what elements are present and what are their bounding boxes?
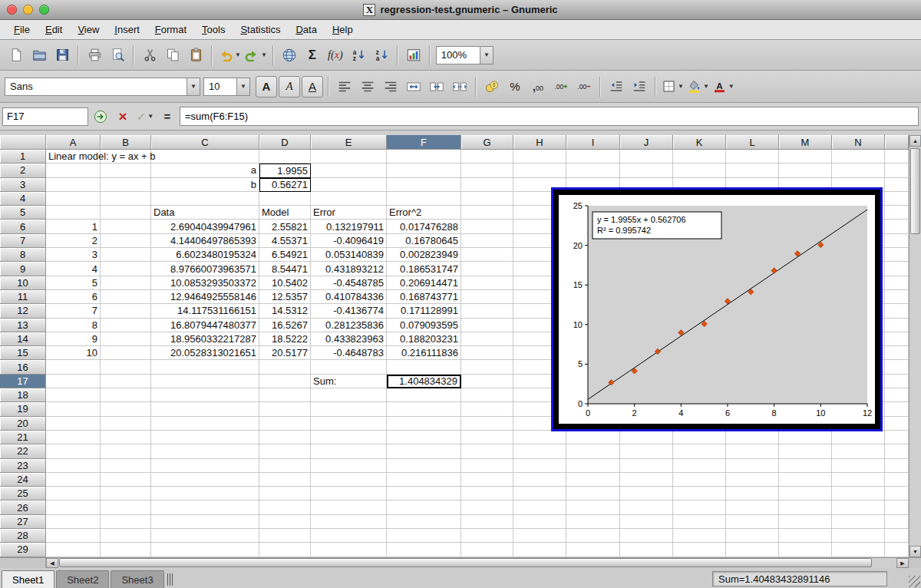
row-header-1[interactable]: 1 bbox=[0, 150, 46, 164]
cell-D27[interactable] bbox=[259, 515, 311, 529]
cell-C28[interactable] bbox=[151, 529, 259, 543]
cell-G19[interactable] bbox=[461, 402, 513, 416]
cell-F11[interactable]: 0.168743771 bbox=[387, 290, 461, 304]
cell-B6[interactable] bbox=[101, 220, 151, 233]
cell-N22[interactable] bbox=[832, 444, 885, 458]
cell-E1[interactable] bbox=[311, 150, 387, 164]
cell-C27[interactable] bbox=[151, 515, 259, 529]
cell-D9[interactable]: 8.54471 bbox=[259, 262, 311, 276]
cell-H26[interactable] bbox=[513, 500, 566, 514]
cell-E18[interactable] bbox=[311, 388, 387, 402]
menu-edit[interactable]: Edit bbox=[38, 21, 70, 38]
cell-F22[interactable] bbox=[387, 444, 461, 458]
cell-A5[interactable] bbox=[46, 206, 101, 220]
cell-N28[interactable] bbox=[832, 529, 885, 543]
cell-F29[interactable] bbox=[387, 543, 461, 557]
undo-dropdown-arrow[interactable]: ▼ bbox=[235, 51, 241, 58]
cell-D25[interactable] bbox=[259, 487, 311, 500]
cell-A10[interactable]: 5 bbox=[46, 276, 101, 290]
print-preview-button[interactable] bbox=[106, 44, 129, 67]
cell-G12[interactable] bbox=[461, 304, 513, 318]
cell-G22[interactable] bbox=[461, 444, 513, 458]
cell-E12[interactable]: -0.4136774 bbox=[311, 304, 387, 318]
cell-L29[interactable] bbox=[726, 543, 779, 557]
row-header-8[interactable]: 8 bbox=[0, 248, 46, 262]
cell-C10[interactable]: 10.0853293503372 bbox=[151, 276, 259, 290]
cell-extra-19[interactable] bbox=[885, 402, 909, 416]
column-header-L[interactable]: L bbox=[726, 135, 779, 150]
font-name-dropdown-button[interactable]: ▼ bbox=[187, 78, 200, 96]
cell-D29[interactable] bbox=[259, 543, 311, 557]
column-header-C[interactable]: C bbox=[151, 135, 259, 150]
menu-tools[interactable]: Tools bbox=[194, 21, 233, 38]
cell-C12[interactable]: 14.117531166151 bbox=[151, 304, 259, 318]
cell-extra-25[interactable] bbox=[885, 487, 909, 500]
row-header-20[interactable]: 20 bbox=[0, 417, 46, 431]
cell-I29[interactable] bbox=[566, 543, 620, 557]
cell-G27[interactable] bbox=[461, 515, 513, 529]
cell-M28[interactable] bbox=[779, 529, 832, 543]
cell-G5[interactable] bbox=[461, 206, 513, 220]
row-header-29[interactable]: 29 bbox=[0, 543, 46, 557]
cell-C29[interactable] bbox=[151, 543, 259, 557]
cell-C9[interactable]: 8.97660073963571 bbox=[151, 262, 259, 276]
window-resize-grip[interactable] bbox=[909, 576, 920, 587]
cell-E29[interactable] bbox=[311, 543, 387, 557]
cell-D15[interactable]: 20.5177 bbox=[259, 346, 311, 360]
cell-D6[interactable]: 2.55821 bbox=[259, 220, 311, 233]
cell-D20[interactable] bbox=[259, 417, 311, 431]
column-header-N[interactable]: N bbox=[832, 135, 885, 150]
cell-D13[interactable]: 16.5267 bbox=[259, 319, 311, 332]
embedded-regression-chart[interactable]: 0246810120510152025y = 1.9955x + 0.56270… bbox=[551, 187, 883, 431]
open-button[interactable] bbox=[28, 44, 51, 67]
scroll-up-button[interactable]: ▲ bbox=[909, 135, 921, 147]
cell-H29[interactable] bbox=[513, 543, 566, 557]
cell-C11[interactable]: 12.9464925558146 bbox=[151, 290, 259, 304]
cell-K27[interactable] bbox=[673, 515, 726, 529]
underline-button[interactable]: A bbox=[302, 76, 323, 97]
cell-I21[interactable] bbox=[566, 431, 620, 444]
row-header-15[interactable]: 15 bbox=[0, 346, 46, 360]
row-header-7[interactable]: 7 bbox=[0, 234, 46, 248]
select-all-corner[interactable] bbox=[0, 135, 46, 150]
cell-F9[interactable]: 0.186531747 bbox=[387, 262, 461, 276]
menu-statistics[interactable]: Statistics bbox=[233, 21, 288, 38]
format-currency-button[interactable] bbox=[480, 75, 503, 98]
cell-G9[interactable] bbox=[461, 262, 513, 276]
cell-H25[interactable] bbox=[513, 487, 566, 500]
cell-D8[interactable]: 6.54921 bbox=[259, 248, 311, 262]
cell-C19[interactable] bbox=[151, 402, 259, 416]
menu-help[interactable]: Help bbox=[325, 21, 361, 38]
cell-B13[interactable] bbox=[101, 319, 151, 332]
row-header-2[interactable]: 2 bbox=[0, 164, 46, 177]
cell-J1[interactable] bbox=[620, 150, 673, 164]
cell-D10[interactable]: 10.5402 bbox=[259, 276, 311, 290]
cell-N29[interactable] bbox=[832, 543, 885, 557]
cell-C23[interactable] bbox=[151, 459, 259, 473]
cut-button[interactable] bbox=[138, 44, 161, 67]
cell-H28[interactable] bbox=[513, 529, 566, 543]
cell-F12[interactable]: 0.171128991 bbox=[387, 304, 461, 318]
row-header-5[interactable]: 5 bbox=[0, 206, 46, 220]
cell-F19[interactable] bbox=[387, 402, 461, 416]
cell-B12[interactable] bbox=[101, 304, 151, 318]
format-percent-button[interactable]: % bbox=[503, 75, 527, 98]
background-color-dropdown-arrow[interactable]: ▼ bbox=[703, 83, 709, 90]
row-header-12[interactable]: 12 bbox=[0, 304, 46, 318]
cell-F26[interactable] bbox=[387, 500, 461, 514]
cell-J23[interactable] bbox=[620, 459, 673, 473]
cell-C15[interactable]: 20.0528313021651 bbox=[151, 346, 259, 360]
cell-B20[interactable] bbox=[101, 417, 151, 431]
cell-C26[interactable] bbox=[151, 500, 259, 514]
accept-edit-button[interactable]: ✓▼ bbox=[135, 107, 155, 127]
font-color-dropdown-arrow[interactable]: ▼ bbox=[728, 83, 734, 90]
cell-E6[interactable]: 0.132197911 bbox=[311, 220, 387, 233]
cell-F17[interactable]: 1.404834329 bbox=[387, 375, 461, 388]
row-header-3[interactable]: 3 bbox=[0, 178, 46, 192]
cell-G8[interactable] bbox=[461, 248, 513, 262]
row-header-28[interactable]: 28 bbox=[0, 529, 46, 543]
cell-G20[interactable] bbox=[461, 417, 513, 431]
cell-F8[interactable]: 0.002823949 bbox=[387, 248, 461, 262]
row-header-13[interactable]: 13 bbox=[0, 319, 46, 332]
cell-extra-24[interactable] bbox=[885, 473, 909, 487]
